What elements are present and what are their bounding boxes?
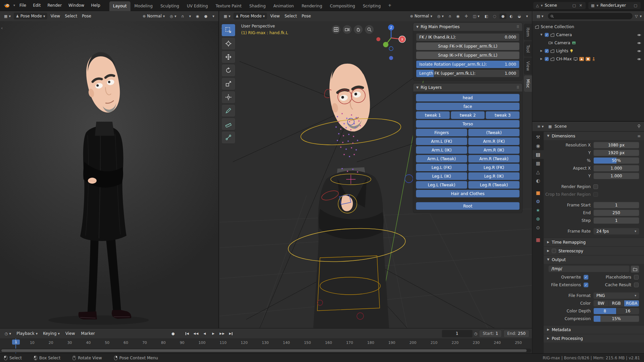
workspace-tab[interactable]: Animation xyxy=(270,1,298,11)
workspace-tab[interactable]: Compositing xyxy=(326,1,359,11)
presets-menu-icon[interactable]: ≡ xyxy=(637,134,641,138)
pivot-dropdown[interactable]: ◎ ▾ xyxy=(435,13,446,19)
move-tool[interactable] xyxy=(221,51,235,63)
transform-tool[interactable] xyxy=(221,91,235,104)
rig-layer-arml-fk[interactable]: Arm.L (FK) xyxy=(416,137,467,145)
eye-icon[interactable] xyxy=(637,34,641,37)
next-keyframe-button[interactable]: ▶▶ xyxy=(218,330,226,337)
snap-fk-ik-button[interactable]: Snap FK->IK (upper_arm.fk.L) xyxy=(416,42,520,50)
panel-post-processing[interactable]: ▶ Post Processing xyxy=(544,334,644,343)
tab-view-layer[interactable]: ▩ xyxy=(532,159,544,168)
rig-layer-legl-fk[interactable]: Leg.L (FK) xyxy=(416,164,467,171)
rig-layer-face[interactable]: face xyxy=(416,103,520,110)
rig-layer-legl-ik[interactable]: Leg.L (IK) xyxy=(416,172,467,180)
editor-type-button[interactable]: ◷ ▾ xyxy=(3,331,13,337)
aspect-x-field[interactable]: 1.000 xyxy=(593,165,639,172)
editor-type-button[interactable]: ≡ ▾ xyxy=(535,124,546,129)
editor-type-button[interactable]: ▦ ▾ xyxy=(222,13,232,19)
collection-checkbox[interactable]: ✓ xyxy=(545,49,549,53)
collection-checkbox[interactable]: ✓ xyxy=(545,57,549,61)
color-bw-button[interactable]: BW xyxy=(593,300,609,307)
placeholders-checkbox[interactable] xyxy=(634,275,639,280)
overlays-dropdown[interactable]: ◫ ▾ xyxy=(471,13,482,19)
render-region-checkbox[interactable] xyxy=(593,184,598,189)
viewport-menu-item[interactable]: View xyxy=(268,13,282,19)
rig-layer-legr-fk[interactable]: Leg.R (FK) xyxy=(468,164,520,171)
aspect-y-field[interactable]: 1.000 xyxy=(593,173,639,179)
rig-layer-armr-fk[interactable]: Arm.R (FK) xyxy=(468,137,520,145)
viewport-menu-item[interactable]: Pose xyxy=(79,13,94,19)
tab-tool[interactable]: ⚒ xyxy=(532,133,544,141)
tab-scene[interactable]: △ xyxy=(532,168,544,176)
orientation-dropdown[interactable]: ⊕ Normal ▾ xyxy=(408,13,434,19)
fk-ik-slider[interactable]: FK / IK (hand.ik.L): 0.000 xyxy=(416,33,520,41)
marker-menu[interactable]: Marker xyxy=(79,330,97,337)
eye-icon[interactable] xyxy=(637,50,641,53)
proportional-edit-toggle[interactable]: ◉ xyxy=(454,13,462,19)
eye-icon[interactable] xyxy=(637,42,641,45)
editor-type-button[interactable]: ▦ ▾ xyxy=(2,13,13,19)
scene-dropdown-icon[interactable]: ▾ xyxy=(541,4,543,7)
viewport-left-canvas[interactable]: ‹ xyxy=(0,21,218,328)
tab-output[interactable]: ▤ xyxy=(532,150,544,159)
jump-to-end-button[interactable]: ▶ xyxy=(227,330,235,337)
rig-layer-legr-ik[interactable]: Leg.R (IK) xyxy=(468,172,520,180)
rig-layer-torso[interactable]: Torso xyxy=(416,120,520,128)
new-scene-icon[interactable]: ▢ xyxy=(572,3,576,8)
depth-8-button[interactable]: 8 xyxy=(593,308,616,314)
rig-layer-legr-tweak[interactable]: Leg.R (Tweak) xyxy=(468,181,520,189)
grid-toggle-button[interactable] xyxy=(332,25,340,34)
topbar-menu-item[interactable]: Window xyxy=(65,2,87,9)
new-renderlayer-icon[interactable]: ▢ xyxy=(633,3,638,8)
frame-step-field[interactable]: 1 xyxy=(593,217,639,224)
disclosure-icon[interactable]: ▼ xyxy=(540,34,543,36)
measure-tool[interactable] xyxy=(221,118,235,130)
rig-layer-legl-tweak[interactable]: Leg.L (Tweak) xyxy=(416,181,467,189)
isolate-rotation-slider[interactable]: Isolate Rotation (upper_arm.fk.L): 1.000 xyxy=(416,60,520,68)
panel-output[interactable]: ▼ Output xyxy=(544,255,644,264)
jump-to-start-button[interactable]: ◀ xyxy=(183,330,191,337)
outliner-search-input[interactable] xyxy=(555,13,630,19)
tab-texture[interactable]: ▦ xyxy=(532,235,544,244)
pan-view-button[interactable] xyxy=(354,25,363,34)
pin-icon[interactable] xyxy=(637,124,641,128)
viewport-menu-item[interactable]: Pose xyxy=(299,13,313,19)
viewport-menu-item[interactable]: Select xyxy=(282,13,299,19)
overwrite-checkbox[interactable]: ✓ xyxy=(584,275,588,280)
play-reverse-button[interactable]: ◀ xyxy=(201,330,209,337)
viewport-menu-item[interactable]: View xyxy=(48,13,62,19)
rig-layer-armr-tweak[interactable]: Arm.R (Tweak) xyxy=(468,155,520,163)
proportional-edit-toggle[interactable]: ◉ xyxy=(194,13,201,19)
scrollbar-thumb[interactable] xyxy=(1,349,527,352)
tab-render[interactable]: ◉ xyxy=(532,141,544,150)
auto-key-button[interactable]: ● xyxy=(169,330,177,337)
tab-constraints[interactable]: ⊙ xyxy=(532,223,544,232)
view-menu[interactable]: View xyxy=(63,330,77,337)
sidebar-tab[interactable]: View xyxy=(524,58,532,74)
panel-stereoscopy[interactable]: ▶ Stereoscopy xyxy=(544,246,644,255)
prev-keyframe-button[interactable]: ◀◀ xyxy=(192,330,200,337)
rig-layer-head[interactable]: head xyxy=(416,94,520,102)
collection-checkbox[interactable]: ✓ xyxy=(545,33,549,37)
outliner-row-scene-collection[interactable]: Scene Collection xyxy=(532,23,644,31)
color-rgb-button[interactable]: RGB xyxy=(609,300,624,307)
workspace-tab[interactable]: Shading xyxy=(246,1,269,11)
shading-solid-button[interactable]: ● xyxy=(202,13,210,19)
depth-16-button[interactable]: 16 xyxy=(616,308,640,314)
frame-end-field[interactable]: End:250 xyxy=(503,330,529,338)
annotate-tool[interactable] xyxy=(221,104,235,117)
close-scene-icon[interactable]: ✕ xyxy=(579,3,583,8)
drag-dots-icon[interactable]: ⠿ xyxy=(517,25,519,29)
mode-dropdown[interactable]: ♟ Pose Mode ▾ xyxy=(233,13,267,19)
resolution-y-field[interactable]: 1920 px xyxy=(593,149,639,156)
output-path-field[interactable]: /tmp/ xyxy=(548,265,630,272)
cursor-tool[interactable] xyxy=(221,37,235,50)
resolution-x-field[interactable]: 1080 px xyxy=(593,142,639,148)
outliner-search[interactable] xyxy=(547,12,633,20)
rig-layer-tweak1[interactable]: tweak 1 xyxy=(416,111,450,119)
rig-layer-armr-ik[interactable]: Arm.R (IK) xyxy=(468,146,520,154)
file-format-dropdown[interactable]: PNG▾ xyxy=(593,292,639,299)
cache-result-checkbox[interactable] xyxy=(634,283,639,287)
outliner-row-camera-collection[interactable]: ▼ ✓ Camera xyxy=(532,31,644,39)
rig-layer-fingers-tweak[interactable]: (Tweak) xyxy=(468,129,520,136)
